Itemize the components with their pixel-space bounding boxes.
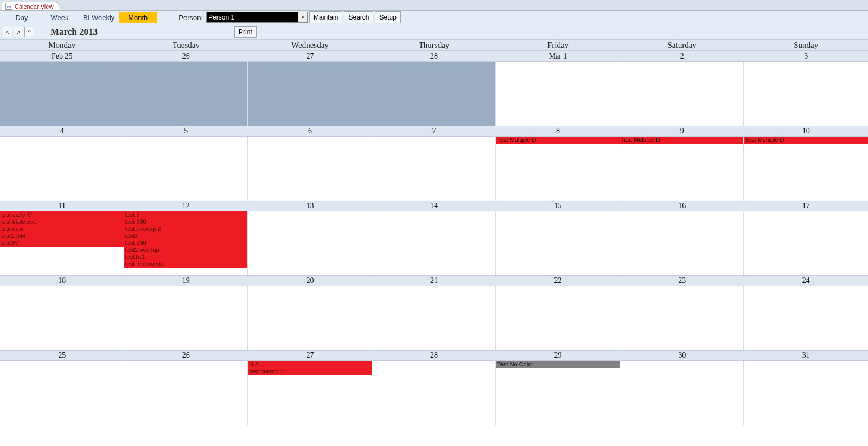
person-dropdown-icon[interactable]: ▾ — [298, 12, 308, 23]
day-cell[interactable] — [248, 286, 372, 350]
event[interactable]: test early M — [0, 211, 124, 218]
prev-button[interactable]: < — [3, 27, 12, 37]
event[interactable]: test3 — [124, 232, 248, 240]
date-label: 22 — [496, 276, 620, 286]
event[interactable]: Test Multiple D — [496, 137, 620, 144]
event[interactable]: test person 1 — [248, 368, 372, 375]
date-label: 25 — [0, 351, 124, 360]
day-cell[interactable] — [744, 211, 868, 275]
month-title: March 2013 — [50, 27, 98, 37]
day-cell[interactable] — [124, 361, 248, 425]
day-cell[interactable] — [0, 137, 124, 201]
date-label: 31 — [744, 351, 868, 360]
date-label: 20 — [248, 276, 372, 286]
tab-calendar-view[interactable]: ▭ Calendar View — [2, 2, 59, 10]
date-bar: 18 19 20 21 22 23 24 — [0, 275, 868, 286]
event[interactable]: test mid overla — [124, 261, 248, 268]
event[interactable]: test1..5M — [0, 232, 124, 240]
day-cell[interactable] — [372, 211, 496, 275]
date-label: 10 — [744, 126, 868, 136]
event[interactable]: Test Multiple D — [620, 137, 744, 144]
date-label: 3 — [744, 51, 868, 61]
date-label: 11 — [0, 201, 124, 211]
event[interactable]: test3M — [0, 240, 124, 247]
day-cell[interactable] — [0, 62, 124, 126]
day-cell[interactable] — [124, 286, 248, 350]
day-cell[interactable] — [248, 211, 372, 275]
title-bar: < > ^ March 2013 Print — [0, 24, 868, 40]
week-row: 11 12 13 14 15 16 17 test early M test t… — [0, 201, 868, 275]
day-cell[interactable] — [744, 62, 868, 126]
day-cell[interactable] — [248, 137, 372, 201]
date-label: 9 — [620, 126, 744, 136]
up-button[interactable]: ^ — [24, 27, 34, 37]
day-cell[interactable]: test 5 test 530 test overlap 2 test3 tes… — [124, 211, 248, 275]
view-month-button[interactable]: Month — [119, 12, 157, 23]
day-cell[interactable] — [620, 211, 744, 275]
date-label: Mar 1 — [496, 51, 620, 61]
view-day-button[interactable]: Day — [3, 12, 41, 23]
day-cell[interactable]: test early M test triple ove test new te… — [0, 211, 124, 275]
view-biweekly-button[interactable]: Bi-Weekly — [79, 12, 119, 23]
event[interactable]: test 530 — [124, 218, 248, 225]
day-cell[interactable] — [620, 286, 744, 350]
event[interactable]: Test No Color — [496, 361, 620, 368]
day-cell[interactable] — [0, 361, 124, 425]
date-bar: Feb 25 26 27 28 Mar 1 2 3 — [0, 51, 868, 62]
date-label: 7 — [372, 126, 496, 136]
setup-button[interactable]: Setup — [375, 11, 400, 23]
day-cell[interactable] — [620, 361, 744, 425]
day-cell[interactable]: Test No Color — [496, 361, 620, 425]
event[interactable]: test 530 — [124, 240, 248, 247]
date-label: 14 — [372, 201, 496, 211]
form-icon: ▭ — [5, 3, 12, 10]
event[interactable]: N A — [248, 361, 372, 368]
event[interactable]: test overlap 2 — [124, 225, 248, 232]
date-label: 8 — [496, 126, 620, 136]
day-cell[interactable] — [372, 361, 496, 425]
day-cell[interactable] — [496, 62, 620, 126]
event[interactable]: test2 overlap — [124, 247, 248, 254]
day-cell[interactable] — [496, 286, 620, 350]
date-bar: 25 26 27 28 29 30 31 — [0, 350, 868, 361]
day-cell[interactable] — [744, 286, 868, 350]
dow-sat: Saturday — [620, 40, 744, 50]
date-label: 23 — [620, 276, 744, 286]
print-button[interactable]: Print — [234, 26, 257, 38]
day-cell[interactable] — [248, 62, 372, 126]
day-cell[interactable] — [372, 286, 496, 350]
date-label: 27 — [248, 51, 372, 61]
person-label: Person: — [178, 14, 203, 22]
day-cell[interactable] — [0, 286, 124, 350]
date-label: 30 — [620, 351, 744, 360]
week-row: 18 19 20 21 22 23 24 — [0, 275, 868, 350]
maintain-button[interactable]: Maintain — [309, 11, 342, 23]
date-label: 2 — [620, 51, 744, 61]
event[interactable]: Test Multiple D — [744, 137, 868, 144]
day-cell[interactable] — [372, 62, 496, 126]
dow-fri: Friday — [496, 40, 620, 50]
day-cell[interactable]: Test Multiple D — [744, 137, 868, 201]
next-button[interactable]: > — [14, 27, 23, 37]
day-cell[interactable]: N A test person 1 — [248, 361, 372, 425]
date-label: 5 — [124, 126, 248, 136]
view-week-button[interactable]: Week — [41, 12, 79, 23]
day-cell[interactable]: Test Multiple D — [620, 137, 744, 201]
date-label: 27 — [248, 351, 372, 360]
day-cell[interactable] — [620, 62, 744, 126]
day-cell[interactable] — [124, 62, 248, 126]
day-cell[interactable] — [744, 361, 868, 425]
day-cell[interactable]: Test Multiple D — [496, 137, 620, 201]
week-row: 25 26 27 28 29 30 31 N A test person 1 T… — [0, 350, 868, 425]
day-cell[interactable] — [372, 137, 496, 201]
search-button[interactable]: Search — [344, 11, 373, 23]
event[interactable]: testTu1 — [124, 254, 248, 261]
dow-wed: Wednesday — [248, 40, 372, 50]
event[interactable]: test new — [0, 225, 124, 232]
person-select[interactable] — [206, 12, 298, 23]
tab-bar: ▭ Calendar View — [0, 0, 868, 11]
day-cell[interactable] — [496, 211, 620, 275]
event[interactable]: test 5 — [124, 211, 248, 218]
day-cell[interactable] — [124, 137, 248, 201]
event[interactable]: test triple ove — [0, 218, 124, 225]
